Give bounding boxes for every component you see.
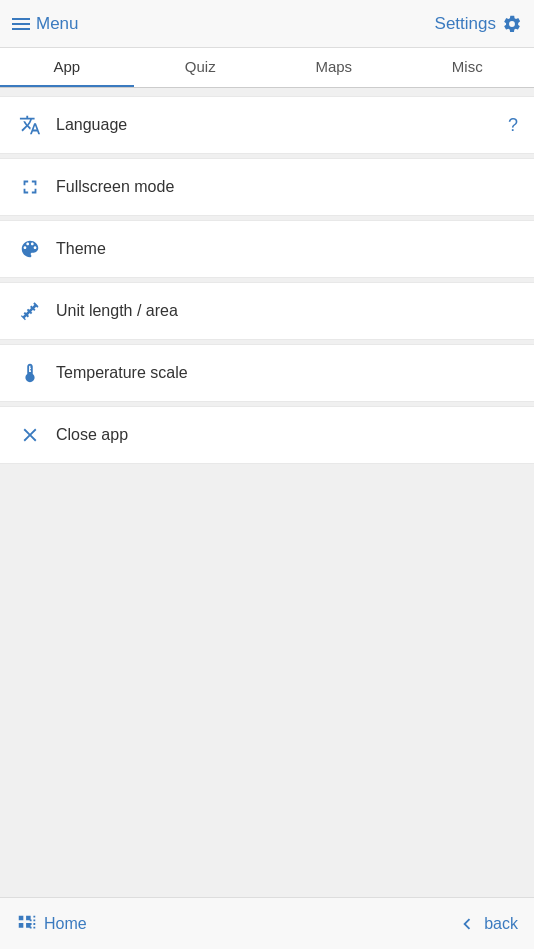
- theme-icon: [16, 235, 44, 263]
- menu-button[interactable]: Menu: [12, 14, 79, 34]
- home-label: Home: [44, 915, 87, 933]
- empty-content-area: [0, 501, 534, 898]
- home-icon: [16, 913, 38, 935]
- tab-app[interactable]: App: [0, 48, 134, 87]
- settings-item-theme[interactable]: Theme: [0, 220, 534, 278]
- settings-item-language[interactable]: Language ?: [0, 96, 534, 154]
- tab-bar: App Quiz Maps Misc: [0, 48, 534, 88]
- settings-label: Settings: [435, 14, 496, 34]
- bottom-bar: Home back: [0, 897, 534, 949]
- settings-item-fullscreen[interactable]: Fullscreen mode: [0, 158, 534, 216]
- temperature-icon: [16, 359, 44, 387]
- home-button[interactable]: Home: [16, 913, 87, 935]
- unit-length-label: Unit length / area: [56, 302, 518, 320]
- gear-icon: [502, 14, 522, 34]
- theme-label: Theme: [56, 240, 518, 258]
- fullscreen-icon: [16, 173, 44, 201]
- tab-maps[interactable]: Maps: [267, 48, 401, 87]
- close-app-label: Close app: [56, 426, 518, 444]
- app-header: Menu Settings: [0, 0, 534, 48]
- back-chevron-icon: [456, 913, 478, 935]
- back-button[interactable]: back: [456, 913, 518, 935]
- settings-list: Language ? Fullscreen mode Theme Unit le…: [0, 88, 534, 501]
- tab-quiz[interactable]: Quiz: [134, 48, 268, 87]
- settings-item-close-app[interactable]: Close app: [0, 406, 534, 464]
- close-app-icon: [16, 421, 44, 449]
- temperature-label: Temperature scale: [56, 364, 518, 382]
- language-help-icon: ?: [508, 115, 518, 136]
- settings-item-temperature[interactable]: Temperature scale: [0, 344, 534, 402]
- menu-label: Menu: [36, 14, 79, 34]
- menu-icon: [12, 18, 30, 30]
- settings-item-unit-length[interactable]: Unit length / area: [0, 282, 534, 340]
- back-label: back: [484, 915, 518, 933]
- tab-misc[interactable]: Misc: [401, 48, 535, 87]
- language-label: Language: [56, 116, 500, 134]
- unit-length-icon: [16, 297, 44, 325]
- language-icon: [16, 111, 44, 139]
- fullscreen-label: Fullscreen mode: [56, 178, 518, 196]
- settings-button[interactable]: Settings: [435, 14, 522, 34]
